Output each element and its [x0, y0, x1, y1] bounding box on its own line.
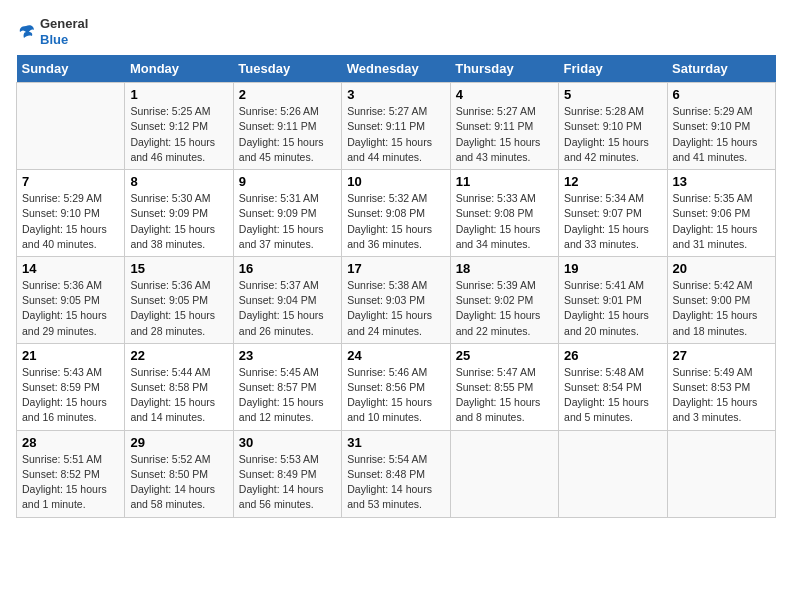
calendar-cell: 6Sunrise: 5:29 AM Sunset: 9:10 PM Daylig…: [667, 83, 775, 170]
calendar-cell: 15Sunrise: 5:36 AM Sunset: 9:05 PM Dayli…: [125, 256, 233, 343]
day-number: 24: [347, 348, 444, 363]
day-info: Sunrise: 5:29 AM Sunset: 9:10 PM Dayligh…: [22, 191, 119, 252]
calendar-cell: 1Sunrise: 5:25 AM Sunset: 9:12 PM Daylig…: [125, 83, 233, 170]
day-info: Sunrise: 5:49 AM Sunset: 8:53 PM Dayligh…: [673, 365, 770, 426]
calendar-cell: [450, 430, 558, 517]
day-info: Sunrise: 5:32 AM Sunset: 9:08 PM Dayligh…: [347, 191, 444, 252]
page-header: General Blue: [16, 16, 776, 47]
calendar-cell: [559, 430, 667, 517]
day-info: Sunrise: 5:44 AM Sunset: 8:58 PM Dayligh…: [130, 365, 227, 426]
day-number: 26: [564, 348, 661, 363]
day-number: 13: [673, 174, 770, 189]
day-info: Sunrise: 5:36 AM Sunset: 9:05 PM Dayligh…: [22, 278, 119, 339]
calendar-cell: 3Sunrise: 5:27 AM Sunset: 9:11 PM Daylig…: [342, 83, 450, 170]
day-info: Sunrise: 5:52 AM Sunset: 8:50 PM Dayligh…: [130, 452, 227, 513]
calendar-cell: 13Sunrise: 5:35 AM Sunset: 9:06 PM Dayli…: [667, 170, 775, 257]
day-number: 18: [456, 261, 553, 276]
day-info: Sunrise: 5:54 AM Sunset: 8:48 PM Dayligh…: [347, 452, 444, 513]
day-info: Sunrise: 5:51 AM Sunset: 8:52 PM Dayligh…: [22, 452, 119, 513]
logo-bird-icon: [16, 22, 36, 42]
logo-text-general: General: [40, 16, 88, 32]
day-number: 14: [22, 261, 119, 276]
day-number: 23: [239, 348, 336, 363]
week-row-4: 21Sunrise: 5:43 AM Sunset: 8:59 PM Dayli…: [17, 343, 776, 430]
calendar-cell: 12Sunrise: 5:34 AM Sunset: 9:07 PM Dayli…: [559, 170, 667, 257]
day-number: 11: [456, 174, 553, 189]
calendar-cell: 24Sunrise: 5:46 AM Sunset: 8:56 PM Dayli…: [342, 343, 450, 430]
header-day-wednesday: Wednesday: [342, 55, 450, 83]
calendar-cell: 19Sunrise: 5:41 AM Sunset: 9:01 PM Dayli…: [559, 256, 667, 343]
day-info: Sunrise: 5:43 AM Sunset: 8:59 PM Dayligh…: [22, 365, 119, 426]
calendar-cell: 11Sunrise: 5:33 AM Sunset: 9:08 PM Dayli…: [450, 170, 558, 257]
calendar-cell: 18Sunrise: 5:39 AM Sunset: 9:02 PM Dayli…: [450, 256, 558, 343]
calendar-cell: 10Sunrise: 5:32 AM Sunset: 9:08 PM Dayli…: [342, 170, 450, 257]
day-info: Sunrise: 5:38 AM Sunset: 9:03 PM Dayligh…: [347, 278, 444, 339]
calendar-cell: 28Sunrise: 5:51 AM Sunset: 8:52 PM Dayli…: [17, 430, 125, 517]
calendar-cell: 30Sunrise: 5:53 AM Sunset: 8:49 PM Dayli…: [233, 430, 341, 517]
day-number: 3: [347, 87, 444, 102]
day-number: 8: [130, 174, 227, 189]
day-info: Sunrise: 5:42 AM Sunset: 9:00 PM Dayligh…: [673, 278, 770, 339]
header-row: SundayMondayTuesdayWednesdayThursdayFrid…: [17, 55, 776, 83]
logo-text-blue: Blue: [40, 32, 88, 48]
calendar-cell: 9Sunrise: 5:31 AM Sunset: 9:09 PM Daylig…: [233, 170, 341, 257]
calendar-cell: 8Sunrise: 5:30 AM Sunset: 9:09 PM Daylig…: [125, 170, 233, 257]
week-row-3: 14Sunrise: 5:36 AM Sunset: 9:05 PM Dayli…: [17, 256, 776, 343]
logo: General Blue: [16, 16, 88, 47]
day-info: Sunrise: 5:28 AM Sunset: 9:10 PM Dayligh…: [564, 104, 661, 165]
day-number: 10: [347, 174, 444, 189]
header-day-friday: Friday: [559, 55, 667, 83]
week-row-2: 7Sunrise: 5:29 AM Sunset: 9:10 PM Daylig…: [17, 170, 776, 257]
calendar-cell: [17, 83, 125, 170]
day-number: 16: [239, 261, 336, 276]
day-number: 27: [673, 348, 770, 363]
day-info: Sunrise: 5:34 AM Sunset: 9:07 PM Dayligh…: [564, 191, 661, 252]
calendar-cell: 22Sunrise: 5:44 AM Sunset: 8:58 PM Dayli…: [125, 343, 233, 430]
day-info: Sunrise: 5:47 AM Sunset: 8:55 PM Dayligh…: [456, 365, 553, 426]
calendar-cell: 17Sunrise: 5:38 AM Sunset: 9:03 PM Dayli…: [342, 256, 450, 343]
header-day-sunday: Sunday: [17, 55, 125, 83]
day-info: Sunrise: 5:27 AM Sunset: 9:11 PM Dayligh…: [347, 104, 444, 165]
day-info: Sunrise: 5:36 AM Sunset: 9:05 PM Dayligh…: [130, 278, 227, 339]
header-day-saturday: Saturday: [667, 55, 775, 83]
day-number: 28: [22, 435, 119, 450]
day-info: Sunrise: 5:48 AM Sunset: 8:54 PM Dayligh…: [564, 365, 661, 426]
calendar-cell: 25Sunrise: 5:47 AM Sunset: 8:55 PM Dayli…: [450, 343, 558, 430]
day-info: Sunrise: 5:31 AM Sunset: 9:09 PM Dayligh…: [239, 191, 336, 252]
day-number: 20: [673, 261, 770, 276]
day-number: 15: [130, 261, 227, 276]
day-number: 30: [239, 435, 336, 450]
day-info: Sunrise: 5:37 AM Sunset: 9:04 PM Dayligh…: [239, 278, 336, 339]
day-info: Sunrise: 5:27 AM Sunset: 9:11 PM Dayligh…: [456, 104, 553, 165]
calendar-cell: 4Sunrise: 5:27 AM Sunset: 9:11 PM Daylig…: [450, 83, 558, 170]
day-info: Sunrise: 5:53 AM Sunset: 8:49 PM Dayligh…: [239, 452, 336, 513]
day-number: 6: [673, 87, 770, 102]
day-number: 17: [347, 261, 444, 276]
week-row-1: 1Sunrise: 5:25 AM Sunset: 9:12 PM Daylig…: [17, 83, 776, 170]
day-info: Sunrise: 5:29 AM Sunset: 9:10 PM Dayligh…: [673, 104, 770, 165]
calendar-cell: 29Sunrise: 5:52 AM Sunset: 8:50 PM Dayli…: [125, 430, 233, 517]
day-info: Sunrise: 5:30 AM Sunset: 9:09 PM Dayligh…: [130, 191, 227, 252]
calendar-cell: 14Sunrise: 5:36 AM Sunset: 9:05 PM Dayli…: [17, 256, 125, 343]
day-number: 5: [564, 87, 661, 102]
day-info: Sunrise: 5:35 AM Sunset: 9:06 PM Dayligh…: [673, 191, 770, 252]
week-row-5: 28Sunrise: 5:51 AM Sunset: 8:52 PM Dayli…: [17, 430, 776, 517]
header-day-tuesday: Tuesday: [233, 55, 341, 83]
calendar-cell: 27Sunrise: 5:49 AM Sunset: 8:53 PM Dayli…: [667, 343, 775, 430]
calendar-cell: 21Sunrise: 5:43 AM Sunset: 8:59 PM Dayli…: [17, 343, 125, 430]
day-number: 22: [130, 348, 227, 363]
calendar-cell: 31Sunrise: 5:54 AM Sunset: 8:48 PM Dayli…: [342, 430, 450, 517]
day-number: 7: [22, 174, 119, 189]
day-number: 31: [347, 435, 444, 450]
day-number: 21: [22, 348, 119, 363]
day-info: Sunrise: 5:45 AM Sunset: 8:57 PM Dayligh…: [239, 365, 336, 426]
day-number: 19: [564, 261, 661, 276]
header-day-thursday: Thursday: [450, 55, 558, 83]
day-number: 9: [239, 174, 336, 189]
calendar-cell: [667, 430, 775, 517]
day-info: Sunrise: 5:46 AM Sunset: 8:56 PM Dayligh…: [347, 365, 444, 426]
day-number: 2: [239, 87, 336, 102]
calendar-table: SundayMondayTuesdayWednesdayThursdayFrid…: [16, 55, 776, 517]
day-info: Sunrise: 5:33 AM Sunset: 9:08 PM Dayligh…: [456, 191, 553, 252]
calendar-cell: 16Sunrise: 5:37 AM Sunset: 9:04 PM Dayli…: [233, 256, 341, 343]
